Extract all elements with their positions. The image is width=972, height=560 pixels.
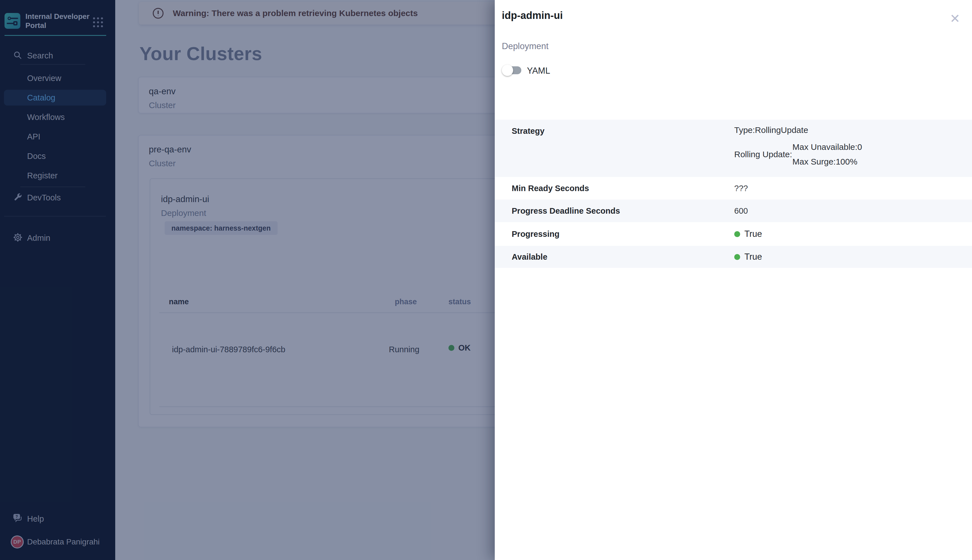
row-value: True [744, 229, 762, 239]
strategy-row: Strategy Type:RollingUpdate Rolling Upda… [495, 120, 972, 177]
details-drawer: idp-admin-ui ✕ Deployment YAML Strategy … [495, 0, 972, 560]
deployment-detail-rows: Strategy Type:RollingUpdate Rolling Upda… [495, 120, 972, 268]
yaml-toggle-knob [502, 65, 513, 76]
row-label: Available [512, 252, 734, 262]
row-value: True [744, 252, 762, 262]
progressing-row: Progressing True [495, 222, 972, 246]
max-surge-value: Max Surge:100% [792, 157, 862, 167]
row-value: 600 [734, 206, 748, 216]
strategy-type: Type:RollingUpdate [734, 125, 862, 135]
close-icon[interactable]: ✕ [950, 12, 960, 25]
min-ready-seconds-row: Min Ready Seconds ??? [495, 177, 972, 200]
available-row: Available True [495, 246, 972, 268]
yaml-toggle-label: YAML [527, 66, 550, 76]
row-label: Min Ready Seconds [512, 184, 734, 193]
progressing-status-dot [734, 231, 740, 237]
row-label: Progressing [512, 230, 734, 239]
drawer-subtitle: Deployment [502, 41, 548, 52]
available-status-dot [734, 254, 740, 260]
row-value: ??? [734, 184, 748, 193]
drawer-title: idp-admin-ui [502, 10, 563, 22]
row-label: Progress Deadline Seconds [512, 206, 734, 216]
modal-scrim[interactable] [0, 0, 495, 560]
max-unavailable-value: Max Unavailable:0 [792, 142, 862, 152]
strategy-label: Strategy [512, 125, 734, 136]
rolling-update-label: Rolling Update: [734, 150, 792, 159]
progress-deadline-seconds-row: Progress Deadline Seconds 600 [495, 200, 972, 222]
yaml-toggle[interactable] [502, 64, 521, 76]
